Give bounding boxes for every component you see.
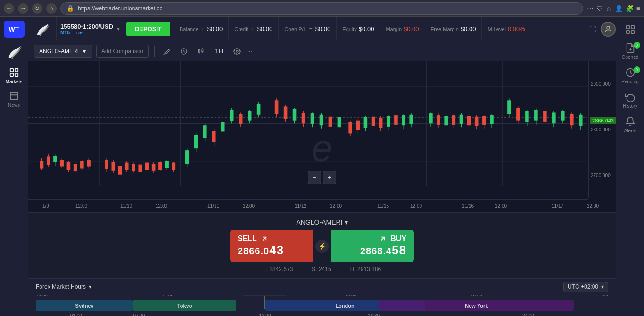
svg-rect-55 [152, 164, 156, 171]
svg-rect-41 [105, 160, 108, 169]
svg-rect-135 [516, 108, 520, 120]
date-11-12: 11/12 [295, 203, 306, 209]
svg-rect-145 [561, 111, 565, 121]
sidebar-item-markets[interactable]: Markets [4, 64, 25, 88]
utc-chevron-icon: ▾ [601, 284, 604, 290]
datetime-marker: 17-Nov-21 12:34 [243, 295, 287, 309]
svg-rect-103 [372, 117, 375, 126]
brand-logo-icon [5, 42, 24, 61]
date-11-15: 11/15 [377, 203, 389, 209]
svg-rect-113 [409, 115, 413, 124]
extensions-button[interactable]: ⋯ [587, 5, 594, 12]
right-sidebar-top [616, 21, 644, 39]
svg-rect-81 [275, 100, 279, 114]
candle-tool-button[interactable] [194, 45, 207, 58]
svg-rect-85 [293, 109, 297, 121]
url-bar[interactable]: 🔒 https://webtrader.unionsmarket.cc [60, 2, 583, 15]
timeline-track: 10:00 12:00 16:30 18:30 24:00 Sydney T [36, 300, 608, 311]
svg-rect-29 [53, 156, 57, 162]
svg-rect-39 [87, 160, 91, 167]
timeframe-1h-button[interactable]: 1H [211, 45, 227, 58]
avatar[interactable] [601, 22, 616, 37]
left-sidebar: WT Markets News [0, 17, 28, 316]
svg-rect-97 [348, 122, 352, 134]
bookmark-icon[interactable]: ☆ [606, 5, 612, 12]
right-sidebar-pending[interactable]: 0 Pending [618, 64, 643, 88]
bottom-bar-header: Forex Market Hours ▾ UTC +02:00 ▾ [28, 279, 616, 295]
deposit-button[interactable]: DEPOSIT [126, 22, 170, 36]
svg-rect-47 [125, 163, 129, 170]
date-12-00-5: 12:00 [410, 203, 422, 209]
svg-rect-77 [248, 111, 252, 121]
menu-button[interactable]: ≡ [636, 5, 640, 12]
sell-button[interactable]: SELL 2866.043 [230, 230, 313, 262]
right-sidebar-alerts[interactable]: Alerts [618, 113, 643, 137]
right-sidebar-history[interactable]: History [618, 88, 643, 113]
forex-hours-label[interactable]: Forex Market Hours ▾ [36, 284, 91, 290]
trading-panel: ANGLO-AMERI ▾ SELL 2866.043 [28, 212, 616, 278]
svg-rect-83 [284, 107, 288, 119]
svg-rect-143 [552, 112, 556, 123]
svg-rect-87 [302, 113, 305, 123]
account-icon[interactable]: 👤 [615, 5, 623, 12]
extension-btn[interactable]: 🧩 [626, 5, 634, 12]
sidebar-news-label: News [8, 103, 20, 108]
header-stat-mlevel: M.Level 0.00% [482, 17, 530, 41]
svg-rect-79 [257, 104, 261, 115]
svg-rect-35 [74, 164, 77, 171]
zoom-in-button[interactable]: + [323, 171, 336, 184]
header-stat-openpl: Open P/L = $0.00 [279, 17, 337, 41]
add-comparison-button[interactable]: Add Comparison [96, 45, 149, 58]
home-button[interactable]: ⌂ [46, 3, 57, 14]
svg-rect-125 [467, 116, 471, 125]
back-button[interactable]: ← [4, 3, 14, 14]
chart-trading-area: e [28, 61, 616, 316]
date-12-00-4: 12:00 [330, 203, 342, 209]
svg-rect-71 [221, 122, 225, 131]
trading-symbol[interactable]: ANGLO-AMERI ▾ [296, 219, 347, 226]
low-stat: L: 2842.673 [263, 266, 293, 273]
svg-rect-63 [185, 150, 189, 164]
toolbar-more-icon: ··· [248, 48, 252, 55]
symbol-chevron-icon: ▼ [82, 48, 87, 55]
refresh-button[interactable]: ↻ [32, 3, 42, 14]
newyork-market-segment: New York [379, 300, 574, 311]
buy-button[interactable]: BUY 2868.458 [331, 230, 414, 262]
sell-price: 2866.043 [238, 243, 284, 258]
svg-rect-149 [579, 115, 583, 126]
sidebar-item-news[interactable]: News [4, 88, 25, 111]
svg-rect-93 [329, 117, 332, 127]
right-sidebar-opened[interactable]: 0 Opened [618, 39, 643, 64]
svg-rect-155 [631, 31, 634, 33]
draw-tool-button[interactable] [160, 45, 173, 58]
clock-tool-button[interactable] [177, 45, 190, 58]
header-stat-margin: Margin $0.00 [380, 17, 425, 41]
date-1-9: 1/9 [42, 203, 49, 209]
forward-button[interactable]: → [18, 3, 28, 14]
shield-icon[interactable]: 🛡 [596, 5, 603, 12]
svg-rect-59 [165, 161, 169, 168]
time-label-1630: 16:30 [345, 295, 356, 297]
svg-rect-0 [10, 69, 13, 72]
time-axis: 1/9 12:00 11/10 12:00 11/11 12:00 11/12 … [28, 199, 588, 212]
chart-settings-button[interactable] [231, 45, 244, 58]
sydney-market-segment: Sydney [36, 300, 133, 311]
account-selector[interactable]: 155580-1:200/USD MT5 Live ▼ [57, 21, 124, 37]
zoom-out-button[interactable]: − [308, 171, 321, 184]
utc-selector[interactable]: UTC +02:00 ▾ [563, 282, 608, 292]
svg-rect-101 [364, 117, 368, 128]
buy-sell-separator[interactable]: ⚡ [313, 230, 331, 262]
url-text: https://webtrader.unionsmarket.cc [78, 5, 162, 12]
svg-rect-139 [534, 110, 538, 120]
chart-zoom-controls: − + [308, 171, 336, 184]
tokyo-market-segment: Tokyo [133, 300, 236, 311]
fullscreen-button[interactable]: ⛶ [589, 25, 596, 33]
trading-symbol-chevron-icon: ▾ [345, 219, 348, 226]
symbol-selector[interactable]: ANGLO-AMERI ▼ [34, 45, 92, 58]
header-stat-credit: Credit + $0.00 [229, 17, 279, 41]
svg-rect-111 [402, 115, 405, 125]
date-12-00-2: 12:00 [156, 203, 167, 209]
svg-rect-67 [203, 125, 207, 138]
toolbar-divider-1 [154, 46, 155, 57]
wt-logo-text: WT [9, 25, 19, 33]
